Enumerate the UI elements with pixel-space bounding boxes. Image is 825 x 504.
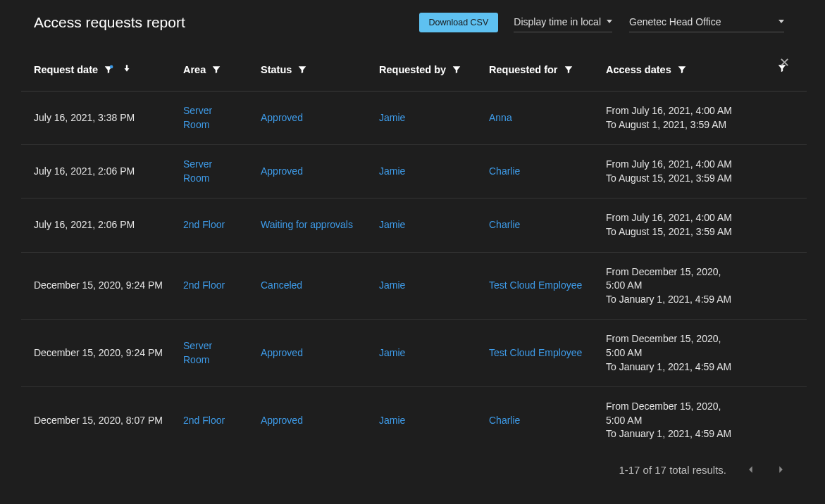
cell-access-dates: From July 16, 2021, 4:00 AMTo August 1, … — [593, 92, 741, 145]
time-display-dropdown[interactable]: Display time in local — [514, 13, 612, 32]
cell-status[interactable]: Approved — [248, 387, 366, 454]
prev-page-button[interactable] — [746, 465, 756, 474]
col-requested-by[interactable]: Requested by — [379, 64, 446, 75]
svg-point-0 — [110, 65, 113, 68]
cell-access-dates: From December 15, 2020, 5:00 AMTo Januar… — [593, 320, 741, 387]
close-icon[interactable]: ✕ — [779, 55, 790, 70]
cell-requested-for[interactable]: Charlie — [476, 387, 593, 454]
pager-summary: 1-17 of 17 total results. — [619, 464, 726, 476]
access-requests-table: Request date Area — [21, 48, 807, 454]
filter-icon[interactable] — [211, 65, 221, 75]
pager: 1-17 of 17 total results. — [21, 454, 807, 493]
cell-status[interactable]: Waiting for approvals — [248, 199, 366, 252]
filter-icon[interactable] — [564, 65, 573, 75]
top-bar: Access requests report Download CSV Disp… — [0, 0, 825, 39]
cell-request-date: July 16, 2021, 3:38 PM — [21, 92, 170, 145]
cell-area[interactable]: 2nd Floor — [170, 199, 248, 252]
cell-access-dates: From December 15, 2020, 5:00 AMTo Januar… — [593, 252, 741, 320]
filter-icon[interactable] — [104, 65, 113, 75]
cell-status[interactable]: Canceled — [248, 252, 366, 320]
filter-icon[interactable] — [297, 65, 307, 75]
table-row: July 16, 2021, 3:38 PMServer RoomApprove… — [21, 92, 807, 145]
cell-request-date: July 16, 2021, 2:06 PM — [21, 145, 170, 199]
site-label: Genetec Head Office — [629, 16, 721, 27]
cell-area[interactable]: Server Room — [170, 320, 248, 387]
col-status[interactable]: Status — [261, 64, 292, 75]
cell-requested-by[interactable]: Jamie — [366, 387, 476, 454]
cell-requested-for[interactable]: Test Cloud Employee — [476, 320, 593, 387]
cell-requested-by[interactable]: Jamie — [366, 92, 476, 145]
table-row: July 16, 2021, 2:06 PM2nd FloorWaiting f… — [21, 199, 807, 252]
cell-area[interactable]: Server Room — [170, 92, 248, 145]
cell-requested-for[interactable]: Anna — [476, 92, 593, 145]
cell-requested-for[interactable]: Charlie — [476, 145, 593, 199]
cell-request-date: December 15, 2020, 8:07 PM — [21, 387, 170, 454]
cell-requested-for[interactable]: Charlie — [476, 199, 593, 252]
table-row: December 15, 2020, 8:07 PM2nd FloorAppro… — [21, 387, 807, 454]
cell-status[interactable]: Approved — [248, 145, 366, 199]
col-requested-for[interactable]: Requested for — [489, 64, 558, 75]
cell-status[interactable]: Approved — [248, 320, 366, 387]
col-access-dates[interactable]: Access dates — [606, 64, 671, 75]
cell-area[interactable]: Server Room — [170, 145, 248, 199]
cell-access-dates: From July 16, 2021, 4:00 AMTo August 15,… — [593, 145, 741, 199]
table-row: December 15, 2020, 9:24 PMServer RoomApp… — [21, 320, 807, 387]
col-area[interactable]: Area — [183, 64, 206, 75]
col-request-date[interactable]: Request date — [34, 64, 98, 75]
cell-status[interactable]: Approved — [248, 92, 366, 145]
filter-icon[interactable] — [452, 65, 461, 75]
cell-request-date: December 15, 2020, 9:24 PM — [21, 252, 170, 320]
time-display-label: Display time in local — [514, 16, 601, 27]
sort-desc-icon[interactable] — [122, 63, 132, 75]
cell-area[interactable]: 2nd Floor — [170, 387, 248, 454]
cell-requested-by[interactable]: Jamie — [366, 145, 476, 199]
table-row: December 15, 2020, 9:24 PM2nd FloorCance… — [21, 252, 807, 320]
filter-icon[interactable] — [677, 65, 687, 75]
table-header-row: Request date Area — [21, 48, 807, 92]
cell-request-date: July 16, 2021, 2:06 PM — [21, 199, 170, 252]
cell-access-dates: From December 15, 2020, 5:00 AMTo Januar… — [593, 387, 741, 454]
caret-down-icon — [779, 20, 784, 23]
cell-requested-for[interactable]: Test Cloud Employee — [476, 252, 593, 320]
cell-requested-by[interactable]: Jamie — [366, 199, 476, 252]
report-scroll-area[interactable]: Request date Area — [0, 48, 825, 504]
caret-down-icon — [607, 20, 612, 23]
page-title: Access requests report — [34, 14, 419, 31]
cell-access-dates: From July 16, 2021, 4:00 AMTo August 15,… — [593, 199, 741, 252]
cell-requested-by[interactable]: Jamie — [366, 320, 476, 387]
download-csv-button[interactable]: Download CSV — [419, 13, 499, 32]
cell-request-date: December 15, 2020, 9:24 PM — [21, 320, 170, 387]
site-dropdown[interactable]: Genetec Head Office — [629, 13, 784, 32]
next-page-button[interactable] — [776, 465, 786, 474]
table-row: July 16, 2021, 2:06 PMServer RoomApprove… — [21, 145, 807, 199]
cell-requested-by[interactable]: Jamie — [366, 252, 476, 320]
cell-area[interactable]: 2nd Floor — [170, 252, 248, 320]
